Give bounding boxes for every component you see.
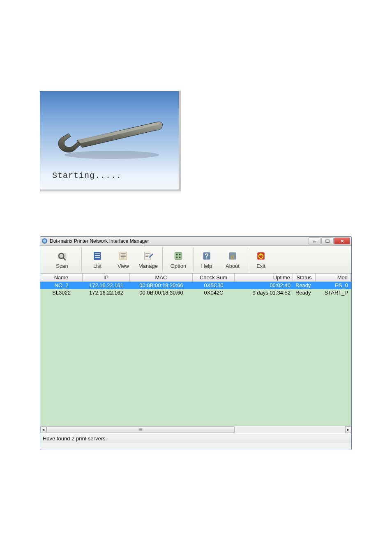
svg-rect-12 — [120, 252, 127, 260]
table-row[interactable]: NO_2172.16.22.16100:0B:00:18:20:660X5C30… — [40, 282, 351, 289]
svg-rect-20 — [145, 256, 148, 256]
list-button[interactable]: List — [83, 248, 112, 272]
table-cell: 0X042C — [193, 289, 235, 297]
table-cell: 172.16.22.161 — [83, 282, 130, 289]
scroll-thumb[interactable] — [46, 426, 235, 433]
view-label: View — [118, 263, 129, 269]
manage-label: Manage — [138, 263, 158, 269]
exit-button[interactable]: Exit — [249, 248, 272, 272]
table-row[interactable]: SL3022172.16.22.16200:0B:00:18:30:600X04… — [40, 289, 351, 297]
minimize-button[interactable] — [309, 237, 321, 244]
maximize-button[interactable] — [321, 237, 334, 244]
titlebar: Dot-matrix Printer Network Interface Man… — [40, 237, 351, 246]
table-cell: START_P — [316, 289, 350, 297]
about-icon: a — [227, 250, 238, 262]
table-cell: SL3022 — [40, 289, 83, 297]
option-icon — [173, 250, 184, 262]
svg-rect-21 — [175, 252, 182, 260]
horizontal-scrollbar: ◄ ► — [40, 426, 351, 433]
window-controls — [308, 237, 350, 244]
status-text: Have found 2 print servers. — [43, 435, 107, 442]
svg-rect-9 — [95, 253, 100, 254]
list-area: Name IP MAC Check Sum Uptime Status Mod … — [40, 274, 351, 434]
svg-rect-23 — [179, 253, 181, 255]
svg-rect-16 — [121, 258, 125, 258]
svg-text:a: a — [231, 253, 234, 260]
statusbar: Have found 2 print servers. — [40, 434, 351, 443]
svg-rect-4 — [326, 240, 329, 242]
option-label: Option — [171, 263, 186, 269]
table-cell: PS_0 — [316, 282, 350, 289]
close-button[interactable] — [334, 237, 350, 244]
svg-rect-10 — [95, 255, 100, 256]
option-button[interactable]: Option — [164, 248, 193, 272]
help-button[interactable]: ? Help — [195, 248, 218, 272]
app-icon — [42, 238, 48, 244]
col-model[interactable]: Mod — [316, 274, 350, 281]
toolbar: Scan List V — [40, 246, 351, 274]
svg-rect-19 — [145, 255, 150, 255]
list-body[interactable]: NO_2172.16.22.16100:0B:00:18:20:660X5C30… — [40, 282, 351, 426]
scan-label: Scan — [56, 263, 68, 269]
table-cell: 172.16.22.162 — [83, 289, 130, 297]
col-check[interactable]: Check Sum — [193, 274, 235, 281]
table-cell: 9 days 01:34:52 — [235, 289, 293, 297]
svg-rect-25 — [179, 256, 181, 258]
about-button[interactable]: a About — [218, 248, 247, 272]
list-header: Name IP MAC Check Sum Uptime Status Mod — [40, 274, 351, 282]
col-ip[interactable]: IP — [83, 274, 130, 281]
svg-rect-22 — [176, 253, 178, 255]
wrench-icon — [54, 110, 169, 163]
table-cell: 00:02:40 — [235, 282, 293, 289]
svg-rect-18 — [145, 253, 150, 253]
view-button[interactable]: View — [112, 248, 135, 272]
table-cell: Ready — [293, 289, 316, 297]
col-mac[interactable]: MAC — [130, 274, 193, 281]
svg-rect-14 — [121, 255, 126, 255]
exit-label: Exit — [256, 263, 265, 269]
main-window: Dot-matrix Printer Network Interface Man… — [40, 236, 352, 450]
power-icon — [255, 250, 267, 262]
list-icon — [92, 250, 103, 262]
svg-rect-3 — [313, 242, 316, 242]
manage-icon — [142, 250, 154, 262]
svg-rect-11 — [95, 257, 100, 258]
svg-text:?: ? — [205, 253, 209, 260]
scroll-left-button[interactable]: ◄ — [40, 426, 46, 433]
splash-text: Starting..... — [52, 171, 122, 180]
svg-point-2 — [43, 240, 46, 243]
scroll-right-button[interactable]: ► — [345, 426, 351, 433]
table-cell: 00:0B:00:18:20:66 — [130, 282, 193, 289]
col-status[interactable]: Status — [293, 274, 316, 281]
table-cell: Ready — [293, 282, 316, 289]
magnifier-icon — [56, 250, 68, 262]
help-label: Help — [201, 263, 212, 269]
table-cell: NO_2 — [40, 282, 83, 289]
help-icon: ? — [201, 250, 212, 262]
view-icon — [118, 250, 129, 262]
svg-rect-32 — [261, 253, 261, 256]
scan-button[interactable]: Scan — [44, 248, 81, 272]
about-label: About — [226, 263, 240, 269]
col-name[interactable]: Name — [40, 274, 83, 281]
list-label: List — [93, 263, 101, 269]
col-uptime[interactable]: Uptime — [235, 274, 293, 281]
scroll-track[interactable] — [46, 426, 345, 433]
table-cell: 0X5C30 — [193, 282, 235, 289]
table-cell: 00:0B:00:18:30:60 — [130, 289, 193, 297]
svg-rect-13 — [121, 253, 126, 253]
splash-screen: Starting..... — [40, 91, 181, 191]
svg-rect-15 — [121, 256, 126, 256]
svg-rect-17 — [145, 252, 151, 260]
svg-point-0 — [65, 151, 159, 159]
svg-rect-24 — [176, 256, 178, 258]
manage-button[interactable]: Manage — [135, 248, 161, 272]
window-title: Dot-matrix Printer Network Interface Man… — [50, 238, 308, 244]
